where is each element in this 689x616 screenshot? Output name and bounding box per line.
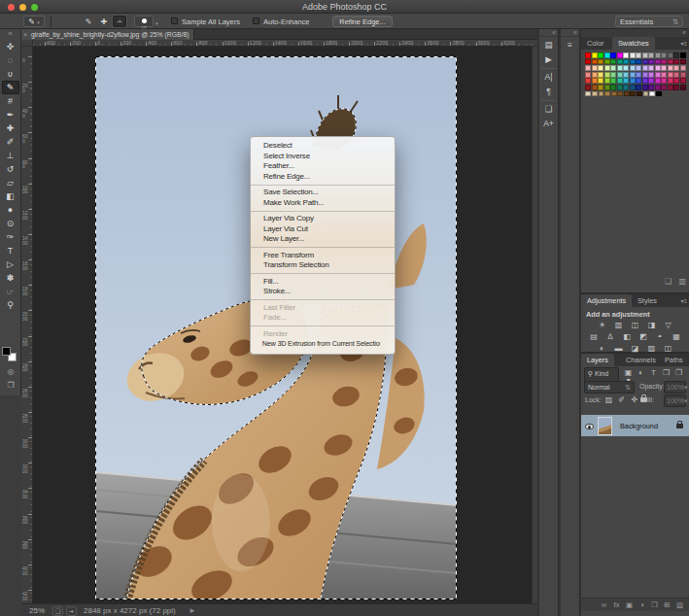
brightness-contrast-icon[interactable]: ☀ [597,321,608,330]
color-swatch[interactable] [648,52,654,58]
color-swatch[interactable] [642,72,648,78]
filter-adjustment-layers-icon[interactable]: ◐ [635,368,647,377]
color-swatch[interactable] [604,78,610,84]
color-swatch[interactable] [592,85,598,90]
spot-healing-tool[interactable]: ✚ [2,121,19,135]
color-swatch[interactable] [655,52,661,58]
color-swatch[interactable] [598,78,603,84]
color-swatch[interactable] [661,52,667,58]
color-swatch[interactable] [630,65,636,71]
color-swatch[interactable] [668,59,673,65]
panel-menu-icon[interactable]: ▾≡ [680,40,687,47]
color-swatch[interactable] [610,52,616,58]
color-swatch[interactable] [642,65,648,71]
zoom-level-field[interactable]: 25% [29,606,45,615]
foreground-color-swatch[interactable] [2,347,11,356]
menu-item-fill[interactable]: Fill... [251,277,395,288]
color-swatch[interactable] [630,59,636,65]
filter-type-layers-icon[interactable]: T [647,368,660,377]
color-swatch[interactable] [585,85,591,90]
menu-item-select-inverse[interactable]: Select Inverse [251,152,395,162]
visibility-eye-icon[interactable] [585,424,594,429]
color-swatch[interactable] [598,65,603,71]
character-panel-icon[interactable]: A| [541,71,557,84]
color-swatch[interactable] [617,85,623,90]
tab-layers[interactable]: Layers [581,354,614,366]
screen-mode-button[interactable]: ❐ [0,381,21,390]
tab-channels[interactable]: Channels [620,354,662,366]
status-arrow-icon[interactable]: ➔ [66,606,77,616]
color-swatch[interactable] [668,65,673,71]
color-swatch[interactable] [623,52,629,58]
color-swatch[interactable] [655,78,661,84]
color-swatch[interactable] [610,78,616,84]
color-swatch[interactable] [623,72,629,78]
curves-icon[interactable]: ◫ [630,321,641,330]
filter-pixel-layers-icon[interactable]: ▣ [622,368,635,377]
color-swatch[interactable] [655,65,661,71]
color-swatch[interactable] [636,52,641,58]
color-swatch[interactable] [598,52,603,58]
menu-item-save-selection[interactable]: Save Selection... [251,188,395,198]
photo-filter-icon[interactable]: ◩ [637,332,649,342]
new-selection-button[interactable]: ✎ [82,16,95,27]
crop-tool[interactable]: # [2,94,19,108]
color-balance-icon[interactable]: ∆ [604,332,616,342]
color-swatch[interactable] [661,78,667,84]
dock-header[interactable]: « [581,29,689,37]
color-swatch[interactable] [630,52,636,58]
black-white-icon[interactable]: ◧ [621,332,633,342]
color-swatch[interactable] [604,85,610,90]
delete-layer-icon[interactable]: ▥ [673,600,686,609]
color-swatch[interactable] [617,52,623,58]
menu-item-free-transform[interactable]: Free Transform [251,251,395,261]
tab-swatches[interactable]: Swatches [612,37,655,50]
blur-tool[interactable]: ● [2,203,19,217]
color-swatch[interactable] [680,78,686,84]
tool-preset-picker[interactable]: ✎ ▾ [23,16,45,27]
quick-mask-button[interactable]: ◎ [0,367,21,376]
new-layer-icon[interactable]: ⊞ [661,600,673,609]
history-brush-tool[interactable]: ↺ [2,162,19,176]
tab-paths[interactable]: Paths [659,354,689,366]
tab-color[interactable]: Color [581,37,609,50]
blend-mode-select[interactable]: Normal⇅ [584,381,635,394]
eyedropper-tool[interactable]: ✒ [2,108,19,121]
menu-item-deselect[interactable]: Deselect [251,141,395,152]
actions-panel-icon[interactable]: ▶ [541,53,557,66]
color-lookup-icon[interactable]: ▦ [671,332,682,342]
color-swatch[interactable] [636,78,641,84]
menu-item-new-layer[interactable]: New Layer... [251,234,395,245]
color-swatch[interactable] [617,78,623,84]
color-swatch[interactable] [661,72,667,78]
link-layers-icon[interactable]: ∞ [598,600,610,609]
posterize-icon[interactable]: ▬ [613,344,625,354]
color-swatch[interactable] [648,78,654,84]
color-swatch[interactable] [668,85,673,90]
color-swatch[interactable] [623,65,629,71]
layer-thumbnail[interactable] [598,417,612,435]
color-swatch[interactable] [655,72,661,78]
color-swatch[interactable] [592,59,598,65]
menu-item-new-3d-extrusion-from-current-selection[interactable]: New 3D Extrusion from Current Selection [251,339,380,350]
color-swatch[interactable] [655,59,661,65]
collapse-strip-icon[interactable]: « [539,29,558,37]
exposure-icon[interactable]: ◨ [646,321,658,330]
color-swatch[interactable] [642,59,648,65]
color-swatch[interactable] [636,85,641,90]
color-swatch[interactable] [668,78,673,84]
color-swatch[interactable] [585,65,591,71]
color-swatch[interactable] [598,85,603,90]
color-swatch[interactable] [610,85,616,90]
brush-tool[interactable]: ✐ [2,135,19,149]
lock-move-icon[interactable]: ✜ [628,395,640,404]
color-swatch[interactable] [585,78,591,84]
panel-menu-icon[interactable]: ▾≡ [680,297,687,304]
fill-field[interactable]: 100%▾ [664,394,686,407]
workspace-switcher[interactable]: Essentials⇅ [615,16,683,27]
menu-item-stroke[interactable]: Stroke... [251,287,395,297]
menu-item-transform-selection[interactable]: Transform Selection [251,260,395,271]
color-swatch[interactable] [680,59,686,65]
dodge-tool[interactable]: ⊙ [2,217,19,230]
color-swatch[interactable] [636,65,641,71]
